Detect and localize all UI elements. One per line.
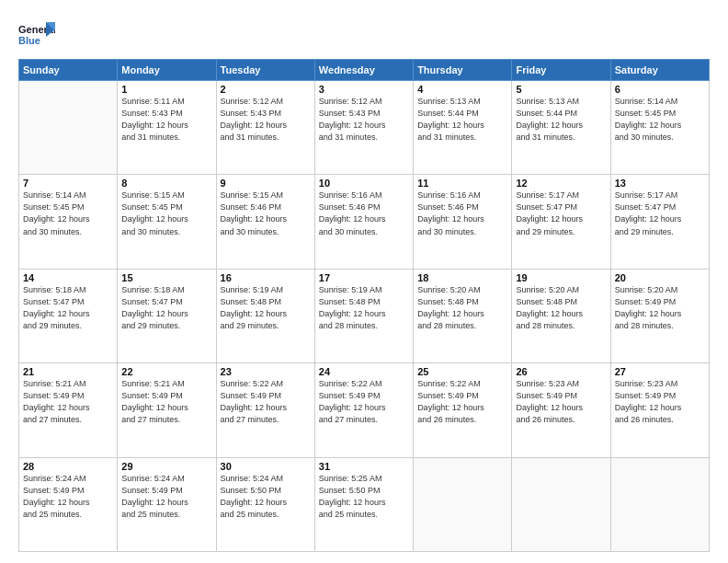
day-number: 13	[615, 178, 705, 189]
calendar-cell: 2Sunrise: 5:12 AMSunset: 5:43 PMDaylight…	[216, 81, 314, 175]
calendar-cell	[414, 457, 512, 551]
day-info: Sunrise: 5:24 AMSunset: 5:50 PMDaylight:…	[221, 473, 311, 521]
day-info: Sunrise: 5:19 AMSunset: 5:48 PMDaylight:…	[221, 284, 311, 332]
calendar-cell: 28Sunrise: 5:24 AMSunset: 5:49 PMDayligh…	[19, 457, 118, 551]
day-number: 8	[121, 178, 211, 189]
header-row: SundayMondayTuesdayWednesdayThursdayFrid…	[19, 60, 710, 81]
day-info: Sunrise: 5:21 AMSunset: 5:49 PMDaylight:…	[23, 378, 113, 426]
page: GeneralBlue SundayMondayTuesdayWednesday…	[0, 0, 728, 563]
day-number: 17	[319, 272, 409, 283]
day-info: Sunrise: 5:24 AMSunset: 5:49 PMDaylight:…	[121, 473, 211, 521]
calendar-cell: 8Sunrise: 5:15 AMSunset: 5:45 PMDaylight…	[118, 175, 216, 269]
calendar-cell: 30Sunrise: 5:24 AMSunset: 5:50 PMDayligh…	[216, 457, 314, 551]
calendar-cell: 10Sunrise: 5:16 AMSunset: 5:46 PMDayligh…	[314, 175, 413, 269]
day-number: 11	[417, 178, 507, 189]
week-row-3: 14Sunrise: 5:18 AMSunset: 5:47 PMDayligh…	[19, 269, 710, 362]
day-info: Sunrise: 5:17 AMSunset: 5:47 PMDaylight:…	[615, 190, 705, 237]
day-header-friday: Friday	[512, 60, 610, 81]
calendar-cell: 18Sunrise: 5:20 AMSunset: 5:48 PMDayligh…	[414, 269, 512, 362]
day-info: Sunrise: 5:22 AMSunset: 5:49 PMDaylight:…	[319, 378, 409, 426]
calendar-cell	[512, 457, 610, 551]
calendar-cell: 6Sunrise: 5:14 AMSunset: 5:45 PMDaylight…	[610, 81, 709, 175]
day-info: Sunrise: 5:25 AMSunset: 5:50 PMDaylight:…	[319, 473, 409, 521]
day-number: 27	[615, 366, 705, 377]
calendar-cell: 29Sunrise: 5:24 AMSunset: 5:49 PMDayligh…	[118, 457, 216, 551]
day-info: Sunrise: 5:20 AMSunset: 5:48 PMDaylight:…	[417, 284, 507, 332]
calendar-cell: 16Sunrise: 5:19 AMSunset: 5:48 PMDayligh…	[216, 269, 314, 362]
week-row-4: 21Sunrise: 5:21 AMSunset: 5:49 PMDayligh…	[19, 363, 710, 457]
day-info: Sunrise: 5:21 AMSunset: 5:49 PMDaylight:…	[121, 378, 211, 426]
calendar-cell: 11Sunrise: 5:16 AMSunset: 5:46 PMDayligh…	[414, 175, 512, 269]
day-number: 9	[221, 178, 311, 189]
day-number: 18	[417, 272, 507, 283]
day-info: Sunrise: 5:24 AMSunset: 5:49 PMDaylight:…	[23, 473, 113, 521]
calendar-cell: 19Sunrise: 5:20 AMSunset: 5:48 PMDayligh…	[512, 269, 610, 362]
day-header-thursday: Thursday	[414, 60, 512, 81]
day-info: Sunrise: 5:16 AMSunset: 5:46 PMDaylight:…	[319, 190, 409, 237]
calendar-cell: 23Sunrise: 5:22 AMSunset: 5:49 PMDayligh…	[216, 363, 314, 457]
day-number: 30	[221, 461, 311, 472]
day-info: Sunrise: 5:23 AMSunset: 5:49 PMDaylight:…	[516, 378, 606, 426]
day-info: Sunrise: 5:12 AMSunset: 5:43 PMDaylight:…	[221, 96, 311, 144]
logo-icon: GeneralBlue	[18, 18, 55, 52]
day-info: Sunrise: 5:20 AMSunset: 5:49 PMDaylight:…	[615, 284, 705, 332]
day-number: 15	[121, 272, 211, 283]
day-info: Sunrise: 5:14 AMSunset: 5:45 PMDaylight:…	[615, 96, 705, 144]
calendar-cell: 20Sunrise: 5:20 AMSunset: 5:49 PMDayligh…	[610, 269, 709, 362]
calendar-cell: 17Sunrise: 5:19 AMSunset: 5:48 PMDayligh…	[314, 269, 413, 362]
day-number: 25	[417, 366, 507, 377]
day-number: 6	[615, 84, 705, 95]
day-info: Sunrise: 5:18 AMSunset: 5:47 PMDaylight:…	[23, 284, 113, 332]
day-info: Sunrise: 5:19 AMSunset: 5:48 PMDaylight:…	[319, 284, 409, 332]
calendar-cell: 4Sunrise: 5:13 AMSunset: 5:44 PMDaylight…	[414, 81, 512, 175]
calendar-cell: 7Sunrise: 5:14 AMSunset: 5:45 PMDaylight…	[19, 175, 118, 269]
day-header-sunday: Sunday	[19, 60, 118, 81]
calendar-cell	[610, 457, 709, 551]
day-number: 12	[516, 178, 606, 189]
calendar-table: SundayMondayTuesdayWednesdayThursdayFrid…	[18, 59, 710, 552]
calendar-cell: 5Sunrise: 5:13 AMSunset: 5:44 PMDaylight…	[512, 81, 610, 175]
day-number: 23	[221, 366, 311, 377]
week-row-1: 1Sunrise: 5:11 AMSunset: 5:43 PMDaylight…	[19, 81, 710, 175]
day-number: 24	[319, 366, 409, 377]
day-header-wednesday: Wednesday	[314, 60, 413, 81]
day-number: 19	[516, 272, 606, 283]
day-info: Sunrise: 5:16 AMSunset: 5:46 PMDaylight:…	[417, 190, 507, 237]
day-info: Sunrise: 5:13 AMSunset: 5:44 PMDaylight:…	[417, 96, 507, 144]
calendar-cell: 24Sunrise: 5:22 AMSunset: 5:49 PMDayligh…	[314, 363, 413, 457]
day-number: 31	[319, 461, 409, 472]
calendar-cell: 25Sunrise: 5:22 AMSunset: 5:49 PMDayligh…	[414, 363, 512, 457]
calendar-cell: 15Sunrise: 5:18 AMSunset: 5:47 PMDayligh…	[118, 269, 216, 362]
day-header-monday: Monday	[118, 60, 216, 81]
day-number: 26	[516, 366, 606, 377]
calendar-cell: 9Sunrise: 5:15 AMSunset: 5:46 PMDaylight…	[216, 175, 314, 269]
calendar-cell: 27Sunrise: 5:23 AMSunset: 5:49 PMDayligh…	[610, 363, 709, 457]
logo: GeneralBlue	[18, 18, 55, 52]
day-info: Sunrise: 5:15 AMSunset: 5:45 PMDaylight:…	[121, 190, 211, 237]
day-number: 7	[23, 178, 113, 189]
day-info: Sunrise: 5:17 AMSunset: 5:47 PMDaylight:…	[516, 190, 606, 237]
day-number: 5	[516, 84, 606, 95]
day-info: Sunrise: 5:22 AMSunset: 5:49 PMDaylight:…	[417, 378, 507, 426]
day-info: Sunrise: 5:22 AMSunset: 5:49 PMDaylight:…	[221, 378, 311, 426]
day-info: Sunrise: 5:18 AMSunset: 5:47 PMDaylight:…	[121, 284, 211, 332]
calendar-cell: 13Sunrise: 5:17 AMSunset: 5:47 PMDayligh…	[610, 175, 709, 269]
week-row-5: 28Sunrise: 5:24 AMSunset: 5:49 PMDayligh…	[19, 457, 710, 551]
day-number: 4	[417, 84, 507, 95]
calendar-cell: 12Sunrise: 5:17 AMSunset: 5:47 PMDayligh…	[512, 175, 610, 269]
day-number: 1	[121, 84, 211, 95]
day-number: 20	[615, 272, 705, 283]
day-number: 29	[121, 461, 211, 472]
day-info: Sunrise: 5:20 AMSunset: 5:48 PMDaylight:…	[516, 284, 606, 332]
day-info: Sunrise: 5:23 AMSunset: 5:49 PMDaylight:…	[615, 378, 705, 426]
header: GeneralBlue	[18, 15, 710, 52]
calendar-cell: 3Sunrise: 5:12 AMSunset: 5:43 PMDaylight…	[314, 81, 413, 175]
week-row-2: 7Sunrise: 5:14 AMSunset: 5:45 PMDaylight…	[19, 175, 710, 269]
calendar-cell: 14Sunrise: 5:18 AMSunset: 5:47 PMDayligh…	[19, 269, 118, 362]
day-number: 2	[221, 84, 311, 95]
calendar-cell	[19, 81, 118, 175]
calendar-cell: 26Sunrise: 5:23 AMSunset: 5:49 PMDayligh…	[512, 363, 610, 457]
day-number: 14	[23, 272, 113, 283]
day-number: 28	[23, 461, 113, 472]
day-header-tuesday: Tuesday	[216, 60, 314, 81]
